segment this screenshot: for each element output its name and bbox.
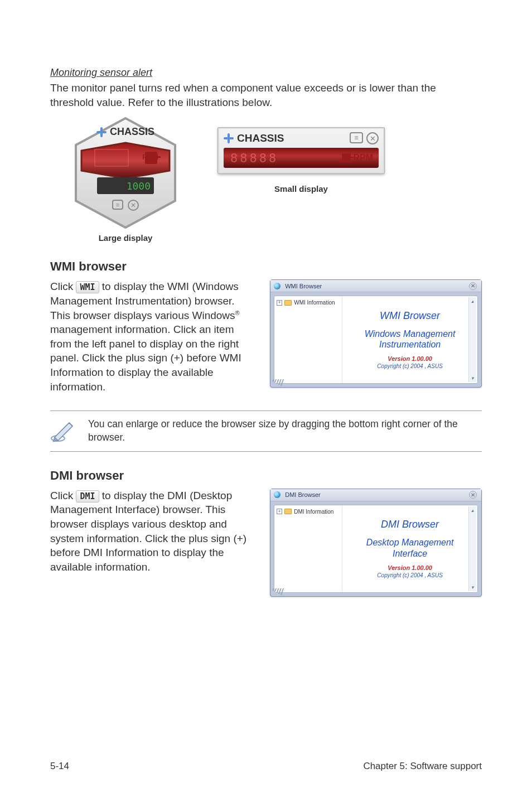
config-icon: ≡ (112, 200, 123, 210)
wmi-tree-panel: + WMI Information (274, 296, 342, 383)
scroll-down-icon: ▾ (471, 375, 474, 381)
wmi-pane-title: WMI Browser (380, 310, 440, 322)
dmi-copyright: Copyright (c) 2004 , ASUS (377, 572, 442, 578)
close-icon: ✕ (128, 200, 139, 211)
close-icon: ✕ (366, 132, 379, 144)
rpm-label-large: RPM (142, 153, 158, 161)
wmi-button-inline: WMI (76, 281, 99, 293)
chassis-cross-icon (224, 133, 234, 143)
rpm-block-icon (342, 153, 351, 162)
dmi-pane-line2: Interface (366, 548, 454, 559)
note-text: You can enlarge or reduce the browser si… (88, 418, 482, 444)
wmi-browser-window: WMI Browser ✕ + WMI Information WMI Brow… (270, 279, 482, 388)
wmi-copyright: Copyright (c) 2004 , ASUS (377, 363, 442, 369)
dmi-tree-root: DMI Information (294, 509, 333, 515)
wmi-pane-line2: Instrumentation (365, 339, 456, 350)
plus-icon: + (277, 300, 282, 306)
dmi-version: Version 1.00.00 (388, 564, 432, 571)
dmi-browser-window: DMI Browser ✕ + DMI Information DMI Brow… (270, 489, 482, 597)
dmi-pane-title: DMI Browser (381, 519, 439, 530)
chassis-small-label: CHASSIS (237, 132, 284, 144)
footer-chapter: Chapter 5: Software support (363, 761, 482, 772)
wmi-window-title: WMI Browser (285, 283, 322, 289)
wmi-tree-root: WMI Information (294, 299, 335, 306)
note-pen-icon (50, 419, 77, 443)
close-icon: ✕ (469, 282, 477, 290)
scroll-down-icon: ▾ (471, 584, 474, 590)
folder-icon (284, 509, 292, 514)
page-footer: 5-14 Chapter 5: Software support (50, 761, 482, 772)
monitoring-alert-heading: Monitoring sensor alert (50, 67, 482, 79)
chassis-cross-icon (96, 127, 107, 137)
wmi-paragraph: Click WMI to display the WMI (Windows Ma… (50, 279, 257, 394)
rpm-label-small: RPM (353, 153, 373, 163)
dmi-section-heading: DMI browser (50, 468, 482, 483)
plus-icon: + (277, 509, 282, 514)
wmi-window-titlebar: WMI Browser ✕ (270, 280, 481, 292)
close-icon: ✕ (469, 491, 477, 499)
monitoring-alert-text: The monitor panel turns red when a compo… (50, 81, 482, 109)
resize-grip-icon (273, 588, 283, 595)
large-display-caption: Large display (99, 233, 153, 243)
note-callout: You can enlarge or reduce the browser si… (50, 410, 482, 451)
scrollbar: ▴ ▾ (468, 506, 476, 591)
dmi-window-title: DMI Browser (285, 491, 321, 498)
dmi-paragraph: Click DMI to display the DMI (Desktop Ma… (50, 489, 257, 597)
reading-value-large: 1000 (97, 177, 154, 194)
globe-icon (274, 283, 280, 289)
digit-placeholder: 88888 (230, 151, 278, 165)
chassis-small-panel: CHASSIS ≡ ✕ 88888 RPM (217, 127, 385, 174)
small-display-caption: Small display (274, 184, 328, 194)
dmi-window-titlebar: DMI Browser ✕ (270, 489, 481, 501)
wmi-version: Version 1.00.00 (388, 355, 432, 362)
scrollbar: ▴ ▾ (468, 297, 476, 382)
chassis-large-label: CHASSIS (110, 126, 154, 138)
dmi-pane-line1: Desktop Management (366, 537, 454, 548)
globe-icon (274, 491, 280, 498)
scroll-up-icon: ▴ (471, 298, 474, 304)
chassis-large-panel: CHASSIS RPM 1000 ≡ ✕ (72, 117, 178, 229)
wmi-section-heading: WMI browser (50, 259, 482, 274)
scroll-up-icon: ▴ (471, 508, 474, 513)
resize-grip-icon (273, 379, 283, 386)
display-illustrations-row: CHASSIS RPM 1000 ≡ ✕ Large display CHASS… (50, 117, 482, 243)
wmi-pane-line1: Windows Management (365, 328, 456, 339)
registered-mark: ® (235, 309, 240, 316)
config-icon: ≡ (350, 132, 363, 143)
dmi-button-inline: DMI (76, 490, 99, 503)
folder-icon (284, 300, 292, 306)
dmi-tree-panel: + DMI Information (274, 505, 342, 592)
footer-page-number: 5-14 (50, 761, 69, 772)
